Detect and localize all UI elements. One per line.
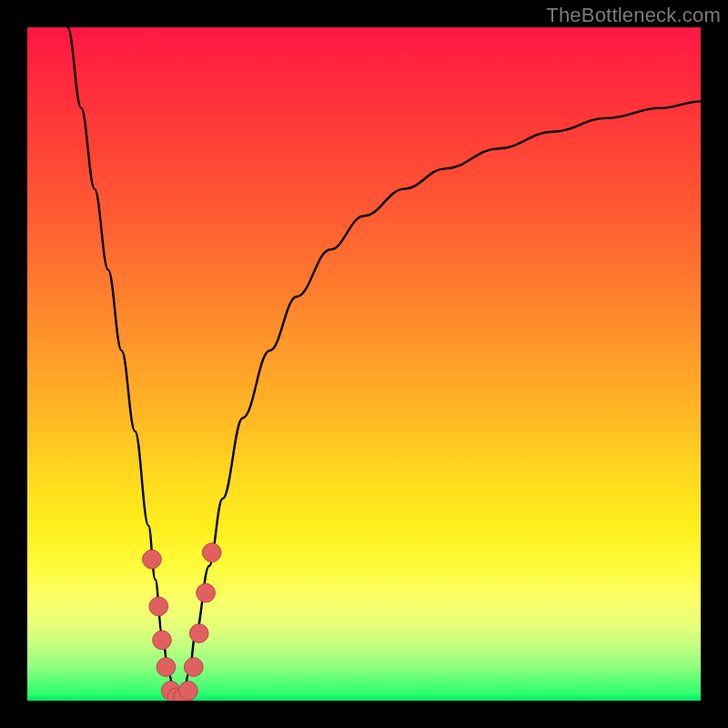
chart-svg <box>27 27 701 701</box>
curve-marker <box>197 583 216 602</box>
outer-frame: TheBottleneck.com <box>0 0 728 728</box>
plot-area <box>27 27 701 701</box>
curve-marker <box>184 658 203 677</box>
curve-marker <box>189 624 208 643</box>
curve-marker <box>153 631 172 650</box>
curve-marker <box>157 658 176 677</box>
watermark-text: TheBottleneck.com <box>546 4 721 27</box>
curve-marker <box>149 597 168 616</box>
curve-marker <box>179 682 198 701</box>
curve-marker <box>143 550 162 569</box>
curve-marker <box>202 543 221 562</box>
